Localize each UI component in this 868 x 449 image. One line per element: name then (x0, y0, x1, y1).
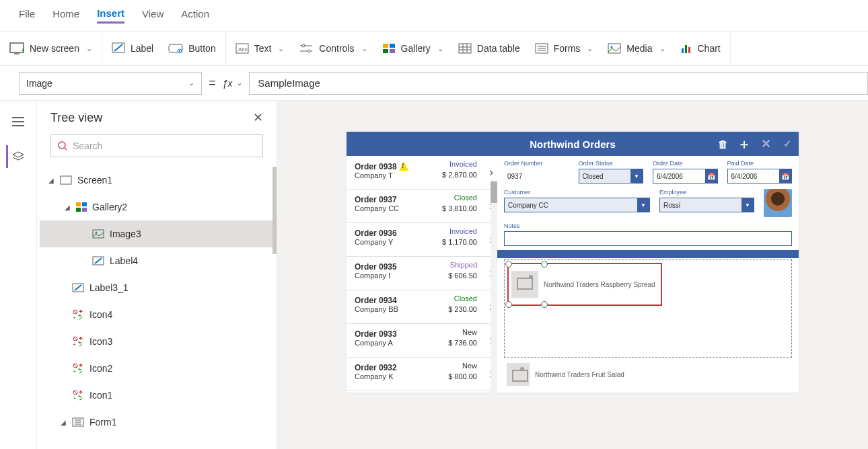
data-table-icon (458, 43, 472, 54)
accept-icon[interactable]: ✓ (780, 138, 795, 150)
menu-home[interactable]: Home (52, 8, 79, 22)
order-date-field[interactable]: 6/4/2006📅 (653, 169, 718, 183)
notes-field[interactable] (504, 231, 792, 246)
add-icon[interactable]: ＋ (737, 135, 752, 153)
tree-node-icon4[interactable]: + Icon4 (40, 301, 277, 328)
order-status: Invoiced (449, 160, 477, 168)
tree-node-form1[interactable]: ◢ Form1 (40, 409, 277, 436)
search-icon (58, 141, 67, 151)
order-detail: Order Number0937 Order StatusClosed▼ Ord… (497, 156, 799, 393)
property-selector[interactable]: Image⌄ (19, 72, 202, 95)
tree-node-image3[interactable]: Image3 (40, 220, 277, 247)
chevron-down-icon: ⌄ (437, 44, 443, 53)
resize-handle[interactable] (541, 261, 548, 268)
gallery-button[interactable]: Gallery⌄ (382, 43, 443, 54)
svg-rect-17 (390, 49, 395, 53)
gallery-item[interactable]: Northwind Traders Fruit Salad (504, 363, 792, 386)
order-list[interactable]: Order 0938 Company T Invoiced $ 2,870.00… (347, 156, 497, 393)
icons-icon: + (72, 390, 84, 401)
icons-icon: + (72, 336, 84, 347)
controls-button[interactable]: Controls⌄ (299, 43, 367, 54)
image-placeholder[interactable] (511, 271, 538, 298)
employee-avatar (764, 189, 792, 217)
tree-node-icon1[interactable]: + Icon1 (40, 382, 277, 409)
forms-button[interactable]: Forms⌄ (535, 43, 593, 54)
order-row[interactable]: Order 0933 Company A New $ 736.00 › (347, 324, 497, 358)
label-icon (72, 283, 84, 292)
svg-point-44 (96, 232, 98, 234)
menu-view[interactable]: View (142, 8, 164, 22)
order-row[interactable]: Order 0932 Company K New $ 800.00 › (347, 358, 497, 391)
tree-node-label3-1[interactable]: Label3_1 (40, 274, 277, 301)
order-status: New (462, 362, 477, 370)
menu-action[interactable]: Action (181, 8, 209, 22)
resize-handle[interactable] (505, 261, 512, 268)
menu-insert[interactable]: Insert (97, 7, 124, 24)
svg-rect-16 (383, 49, 388, 53)
customer-select[interactable]: Company CC▼ (504, 198, 650, 212)
svg-rect-42 (82, 208, 87, 212)
scrollbar-thumb[interactable] (273, 167, 277, 254)
hamburger-icon (12, 117, 24, 126)
layers-icon (12, 151, 24, 162)
order-number-field[interactable]: 0937 (504, 169, 569, 183)
svg-rect-39 (76, 202, 81, 206)
formula-input[interactable]: SampleImage (249, 72, 868, 95)
line-items-gallery[interactable]: Northwind Traders Raspberry Spread (504, 259, 792, 358)
svg-rect-29 (682, 48, 684, 53)
chevron-down-icon: ⌄ (86, 44, 92, 53)
order-status: Closed (454, 294, 477, 302)
chart-button[interactable]: Chart (680, 43, 721, 54)
tree-node-icon3[interactable]: + Icon3 (40, 328, 277, 355)
text-button[interactable]: Abc Text⌄ (236, 43, 285, 54)
canvas[interactable]: Northwind Orders 🗑 ＋ ✕ ✓ Order 0938 Comp… (277, 101, 868, 449)
tree-node-icon2[interactable]: + Icon2 (40, 355, 277, 382)
order-row[interactable]: Order 0938 Company T Invoiced $ 2,870.00… (347, 156, 497, 190)
image-icon (92, 229, 104, 239)
tree-view-title: Tree view (50, 111, 102, 125)
svg-rect-38 (61, 176, 71, 184)
chevron-down-icon: ⌄ (278, 44, 284, 53)
media-button[interactable]: Media⌄ (608, 43, 665, 54)
gallery-item-selected[interactable]: Northwind Traders Raspberry Spread (507, 263, 662, 306)
resize-handle[interactable] (541, 301, 548, 308)
order-row[interactable]: Order 0934 Company BB Closed $ 230.00 › (347, 290, 497, 324)
scrollbar[interactable] (491, 180, 497, 393)
tree-search-input[interactable]: Search (50, 134, 263, 157)
svg-line-50 (74, 311, 77, 313)
svg-rect-31 (688, 47, 690, 53)
tree-view-rail-button[interactable] (6, 145, 29, 168)
svg-rect-41 (76, 208, 81, 212)
media-icon (608, 43, 621, 54)
svg-text:+: + (21, 46, 24, 54)
app-preview: Northwind Orders 🗑 ＋ ✕ ✓ Order 0938 Comp… (347, 132, 799, 393)
order-row[interactable]: Order 0937 Company CC Closed $ 3,810.00 … (347, 190, 497, 223)
hamburger-button[interactable] (7, 110, 30, 133)
label-button[interactable]: Label (112, 42, 153, 54)
image-placeholder (507, 363, 530, 386)
cancel-icon[interactable]: ✕ (758, 136, 773, 151)
employee-select[interactable]: Rossi▼ (659, 198, 754, 212)
data-table-button[interactable]: Data table (458, 43, 520, 54)
trash-icon[interactable]: 🗑 (715, 138, 730, 150)
order-row[interactable]: Order 0936 Company Y Invoiced $ 1,170.00… (347, 223, 497, 257)
tree-node-gallery2[interactable]: ◢ Gallery2 (40, 194, 277, 220)
resize-handle[interactable] (505, 301, 512, 308)
svg-rect-14 (383, 44, 388, 48)
button-button[interactable]: Button (168, 42, 215, 54)
new-screen-button[interactable]: + New screen⌄ (9, 42, 92, 54)
fx-button[interactable]: ƒx⌄ (223, 78, 243, 89)
tree-view-pane: Tree view ✕ Search ◢ Screen1 ◢ Gallery2 … (37, 101, 277, 449)
app-title-bar: Northwind Orders 🗑 ＋ ✕ ✓ (347, 132, 799, 156)
paid-date-field[interactable]: 6/4/2006📅 (727, 169, 793, 183)
svg-line-59 (74, 391, 77, 394)
forms-icon (535, 43, 548, 54)
tree-node-screen1[interactable]: ◢ Screen1 (40, 167, 277, 194)
tree-node-label4[interactable]: Label4 (40, 247, 277, 274)
order-status-select[interactable]: Closed▼ (579, 169, 644, 183)
order-row[interactable]: Order 0935 Company I Shipped $ 606.50 › (347, 257, 497, 290)
order-amount: $ 2,870.00 (442, 171, 477, 179)
menu-file[interactable]: File (19, 8, 35, 22)
order-status: New (462, 328, 477, 336)
close-icon[interactable]: ✕ (253, 110, 263, 125)
